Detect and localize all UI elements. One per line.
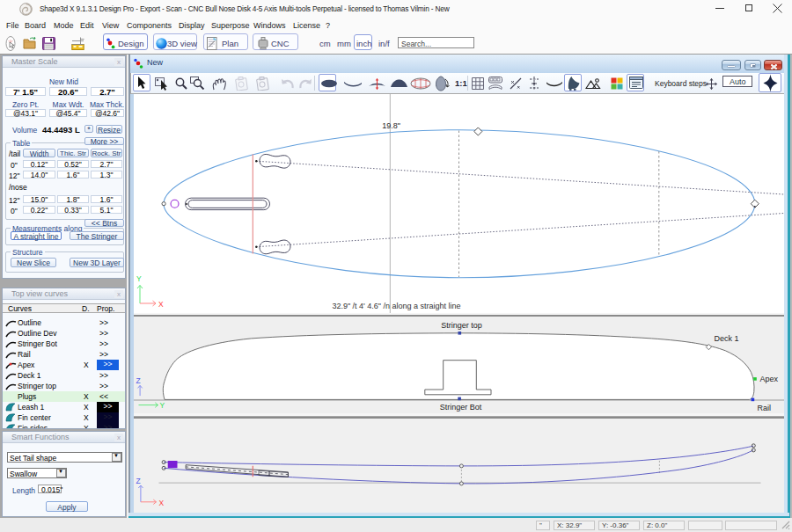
- svg-text:Y: Y: [136, 274, 142, 283]
- svg-text:32.9" /t 4' 4.6" /n along a st: 32.9" /t 4' 4.6" /n along a straight lin…: [332, 302, 460, 310]
- svg-text:19.8": 19.8": [382, 121, 400, 130]
- svg-text:Stringer Bot: Stringer Bot: [439, 402, 481, 411]
- svg-text:Stringer top: Stringer top: [441, 320, 482, 329]
- svg-text:Deck 1: Deck 1: [714, 333, 738, 342]
- svg-text:Z: Z: [136, 477, 140, 485]
- svg-text:X: X: [158, 498, 164, 506]
- svg-text:Z: Z: [136, 376, 140, 385]
- svg-text:Y: Y: [159, 400, 165, 409]
- svg-text:Apex: Apex: [759, 374, 778, 383]
- svg-text:Rail: Rail: [757, 403, 771, 412]
- svg-text:X: X: [158, 300, 164, 309]
